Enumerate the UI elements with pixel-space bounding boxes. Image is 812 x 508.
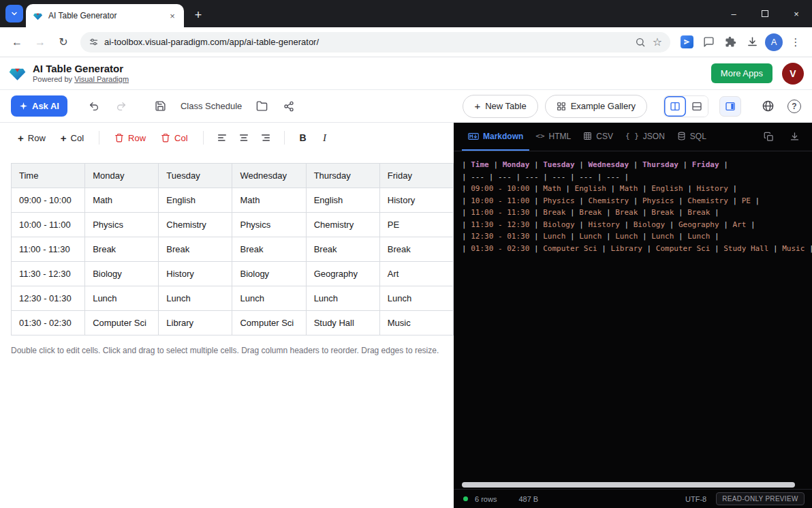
redo-button[interactable] [111,96,131,117]
visual-paradigm-link[interactable]: Visual Paradigm [74,75,129,83]
table-cell[interactable]: Chemistry [306,213,379,237]
save-button[interactable] [151,96,171,117]
table-cell[interactable]: Computer Sci [232,311,306,335]
table-cell[interactable]: Biology [85,262,159,286]
url-bar[interactable]: ai-toolbox.visual-paradigm.com/app/ai-ta… [80,32,670,53]
right-panel-toggle[interactable] [719,96,741,117]
table-cell[interactable]: Biology [232,262,306,286]
table-cell[interactable]: Lunch [306,286,379,311]
share-button[interactable] [279,96,299,117]
user-avatar[interactable]: V [782,63,804,85]
table-cell[interactable]: Lunch [85,286,159,311]
language-globe-button[interactable] [758,96,778,117]
align-left-button[interactable] [212,128,232,148]
table-cell[interactable]: Break [306,237,379,262]
table-cell[interactable]: Computer Sci [85,311,159,335]
tab-json[interactable]: { } JSON [619,123,671,151]
extensions-puzzle-icon[interactable] [721,33,740,52]
scrollbar-thumb[interactable] [462,482,795,488]
new-table-button[interactable]: + New Table [463,95,537,118]
window-controls: – × [718,0,812,27]
site-settings-icon[interactable] [89,37,99,47]
table-cell[interactable]: English [159,188,232,213]
add-col-button[interactable]: + Col [54,129,91,147]
table-cell[interactable]: Math [85,188,159,213]
browser-tab[interactable]: AI Table Generator × [26,4,184,27]
table-cell[interactable]: 11:30 - 12:30 [12,262,85,286]
table-cell[interactable]: Break [379,237,453,262]
bold-button[interactable]: B [293,128,313,148]
extension-blue-icon[interactable] [677,33,696,52]
copy-button[interactable] [761,129,777,145]
close-button[interactable]: × [781,0,812,27]
reload-button[interactable]: ↻ [53,32,74,53]
maximize-button[interactable] [749,0,781,27]
downloads-icon[interactable] [743,33,762,52]
tab-close-icon[interactable]: × [166,10,178,22]
download-export-button[interactable] [787,129,803,145]
tab-markdown[interactable]: Markdown [462,123,529,151]
tab-csv[interactable]: CSV [577,123,619,151]
delete-row-button[interactable]: Row [108,129,153,147]
example-gallery-button[interactable]: Example Gallery [545,95,647,118]
delete-col-button[interactable]: Col [154,129,195,147]
italic-button[interactable]: I [315,128,335,148]
column-header[interactable]: Friday [379,164,453,188]
tab-search-button[interactable] [5,5,23,23]
zoom-icon[interactable] [635,37,646,48]
table-cell[interactable]: Chemistry [159,213,232,237]
split-view-toggle[interactable] [664,96,686,117]
align-center-button[interactable] [234,128,254,148]
table-cell[interactable]: 09:00 - 10:00 [12,188,85,213]
column-header[interactable]: Thursday [306,164,379,188]
table-cell[interactable]: History [159,262,232,286]
tab-sql[interactable]: SQL [671,123,713,151]
table-cell[interactable]: English [306,188,379,213]
table-cell[interactable]: PE [379,213,453,237]
table-cell[interactable]: Study Hall [306,311,379,335]
ask-ai-button[interactable]: Ask AI [11,95,67,117]
table-cell[interactable]: Break [85,237,159,262]
help-button[interactable]: ? [787,100,801,113]
profile-avatar[interactable]: A [764,33,783,52]
url-text: ai-toolbox.visual-paradigm.com/app/ai-ta… [104,37,319,47]
table-cell[interactable]: Break [159,237,232,262]
bottom-panel-toggle[interactable] [686,96,708,117]
table-cell[interactable]: Lunch [159,286,232,311]
document-title[interactable]: Class Schedule [181,101,242,111]
table-cell[interactable]: Break [232,237,306,262]
more-apps-button[interactable]: More Apps [711,63,772,83]
table-cell[interactable]: Music [379,311,453,335]
browser-menu-icon[interactable]: ⋮ [786,33,805,52]
table-cell[interactable]: 11:00 - 11:30 [12,237,85,262]
column-header[interactable]: Tuesday [159,164,232,188]
column-header[interactable]: Monday [85,164,159,188]
forward-button[interactable]: → [30,32,50,53]
table-cell[interactable]: Physics [85,213,159,237]
table-cell[interactable]: Art [379,262,453,286]
table-cell[interactable]: 01:30 - 02:30 [12,311,85,335]
open-folder-button[interactable] [251,96,272,117]
comment-icon[interactable] [699,33,718,52]
new-tab-button[interactable]: + [188,5,208,25]
table-cell[interactable]: 12:30 - 01:30 [12,286,85,311]
minimize-button[interactable]: – [718,0,749,27]
back-button[interactable]: ← [7,32,27,53]
table-cell[interactable]: Physics [232,213,306,237]
table-cell[interactable]: Lunch [379,286,453,311]
code-content[interactable]: | Time | Monday | Tuesday | Wednesday | … [454,151,812,481]
tab-html[interactable]: <> HTML [529,123,577,151]
column-header[interactable]: Wednesday [232,164,306,188]
undo-button[interactable] [84,96,104,117]
align-right-button[interactable] [255,128,276,148]
column-header[interactable]: Time [12,164,85,188]
table-cell[interactable]: Library [159,311,232,335]
table-cell[interactable]: History [379,188,453,213]
add-row-button[interactable]: + Row [11,129,52,147]
bookmark-star-icon[interactable]: ☆ [653,35,662,48]
table-cell[interactable]: Lunch [232,286,306,311]
table-cell[interactable]: Math [232,188,306,213]
table-cell[interactable]: Geography [306,262,379,286]
tab-csv-label: CSV [596,132,613,141]
table-cell[interactable]: 10:00 - 11:00 [12,213,85,237]
